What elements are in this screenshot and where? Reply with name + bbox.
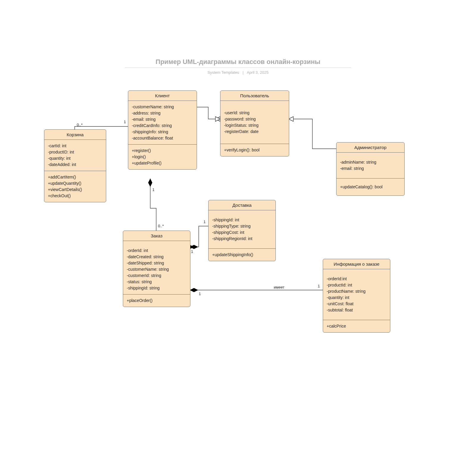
class-client-attrs: -customerName: string -address: string -… [128, 101, 197, 145]
edge-label-has: имеет [274, 285, 284, 289]
date-label: April 3, 2025 [247, 70, 268, 75]
class-shipping: Доставка -shippingId: int -shippingType:… [208, 200, 276, 261]
class-order: Заказ -orderId: int -dateCreated: string… [123, 231, 190, 307]
subtitle-separator: | [242, 70, 243, 75]
svg-marker-1 [215, 117, 220, 121]
class-admin-ops: +updateCatalog(): bool [336, 178, 404, 195]
svg-marker-8 [190, 288, 198, 292]
diagram-header: Пример UML-диаграммы классов онлайн-корз… [0, 58, 476, 75]
svg-marker-7 [190, 245, 198, 249]
class-admin-name: Администратор [336, 143, 404, 153]
class-cart-ops: +addCartItem() +updateQuantity() +viewCa… [44, 171, 106, 202]
class-admin-attrs: -adminName: string -email: string [336, 153, 404, 178]
mult-order-shipping-shipping-end: 1 [203, 220, 206, 224]
class-user-ops: +verifyLogin(): bool [220, 144, 289, 156]
class-order-attrs: -orderId: int -dateCreated: string -date… [123, 241, 190, 295]
class-shipping-name: Доставка [209, 200, 275, 210]
class-client-name: Клиент [128, 91, 197, 101]
class-admin: Администратор -adminName: string -email:… [336, 142, 405, 196]
class-cart-attrs: -cartId: int -productID: int -quantity: … [44, 140, 106, 171]
class-client: Клиент -customerName: string -address: s… [128, 90, 197, 170]
mult-client-order-client-end: 1 [152, 187, 154, 192]
class-order-info-attrs: -orderId:int -productId: int -productNam… [323, 269, 390, 320]
class-order-info-ops: +calcPrice [323, 320, 390, 332]
mult-cart-end: 0..* [77, 123, 83, 127]
class-client-ops: +register() +login() +updateProfile() [128, 145, 197, 169]
title-divider [125, 68, 351, 68]
class-order-info: Информация о заказе -orderId:int -produc… [323, 259, 390, 333]
class-user-name: Пользователь [220, 91, 289, 101]
mult-order-shipping-order-end: 1 [191, 249, 193, 254]
svg-marker-4 [148, 178, 152, 187]
class-cart-name: Корзина [44, 130, 106, 140]
class-cart: Корзина -cartId: int -productID: int -qu… [44, 129, 106, 202]
class-user-attrs: -userId: string -password: string -login… [220, 101, 289, 144]
diagram-subtitle: System Templates | April 3, 2025 [0, 70, 476, 75]
mult-client-cart-end: 1 [124, 120, 126, 124]
author-label: System Templates [208, 70, 239, 75]
class-order-info-name: Информация о заказе [323, 259, 390, 269]
class-shipping-ops: +updateShippingInfo() [209, 249, 275, 261]
mult-order-info-info-end: 1 [318, 284, 320, 288]
class-order-name: Заказ [123, 231, 190, 241]
mult-order-info-order-end: 1 [199, 292, 201, 296]
diagram-title: Пример UML-диаграммы классов онлайн-корз… [0, 58, 476, 66]
svg-marker-3 [289, 117, 293, 121]
class-shipping-attrs: -shippingId: int -shippingType: string -… [209, 210, 275, 249]
class-user: Пользователь -userId: string -password: … [220, 90, 289, 156]
mult-client-order-order-end: 0..* [158, 224, 164, 228]
svg-marker-2 [215, 117, 220, 121]
class-order-ops: +placeOrder() [123, 295, 190, 307]
